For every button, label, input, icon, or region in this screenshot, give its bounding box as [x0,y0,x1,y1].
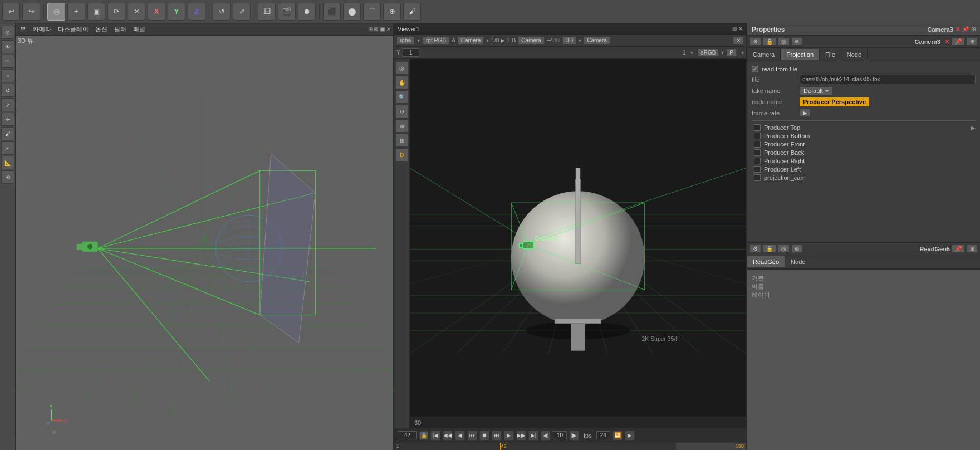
props-ctrl4[interactable]: ⊕ [791,37,802,46]
play-all-button[interactable]: ▶ [625,431,635,441]
next-step-button[interactable]: ⏭ [492,431,502,441]
vtool-3d[interactable]: D [395,148,409,162]
viewport-canvas[interactable]: X Y X Y [16,36,393,450]
vtool-pivot[interactable]: ⊕ [395,119,409,133]
tab-readgeo[interactable]: ReadGeo [747,256,785,267]
menu-options[interactable]: 옵션 [93,24,110,35]
producer-right-checkbox[interactable] [754,158,761,164]
menu-filter[interactable]: 필터 [112,24,129,35]
props-red-x[interactable]: ✕ [944,38,950,46]
frame-rate-expand[interactable]: ▶ [800,109,811,117]
props-ctrl1[interactable]: ⚙ [749,37,761,46]
go-end-button[interactable]: ▶| [528,431,538,441]
tool-scale[interactable]: ⤢ [1,98,14,111]
step-fwd-button[interactable]: ▶▶ [516,431,526,441]
props2-ctrl6[interactable]: ⊞ [967,244,978,253]
camera3-btn[interactable]: Camera [584,36,610,45]
x-axis-button[interactable]: X [148,3,165,21]
vtool-zoom[interactable]: 🔍 [395,90,409,104]
props2-ctrl4[interactable]: ⊕ [791,244,802,253]
projection-cam-checkbox[interactable] [754,174,761,181]
merge-button[interactable]: ⊕ [383,3,401,21]
film-button[interactable]: 🎞 [258,3,276,21]
select-button[interactable]: ◎ [47,3,65,21]
timeline-scrubber[interactable]: 198 1 42 [394,442,746,450]
props2-ctrl5[interactable]: 📌 [952,244,965,253]
producer-left-label[interactable]: Producer Left [764,166,801,173]
take-name-dropdown[interactable]: Default [800,86,833,95]
producer-top-checkbox[interactable] [754,124,761,131]
tool-sphere[interactable]: ○ [1,69,14,82]
redo-button[interactable]: ↪ [22,3,40,21]
menu-panel[interactable]: 패널 [131,24,148,35]
props-ctrl6[interactable]: ⊞ [967,37,978,46]
fps-input[interactable] [596,431,610,439]
tool-view[interactable]: 👁 [1,40,14,53]
producer-front-label[interactable]: Producer Front [764,141,805,148]
props-ctrl3[interactable]: ◎ [778,37,790,46]
undo-button[interactable]: ↩ [2,3,20,21]
viewer-canvas[interactable]: Camera3 [410,59,746,428]
rgba-btn[interactable]: rgba [396,36,414,45]
producer-top-arrow[interactable]: ▶ [971,125,976,131]
rgt-rgb-btn[interactable]: rgt RGB [423,36,449,45]
vtool-grid[interactable]: ⊞ [395,134,409,147]
props2-ctrl3[interactable]: ◎ [778,244,790,253]
y-axis-button[interactable]: Y [168,3,185,21]
prev-frame-button[interactable]: ◀ [455,431,465,441]
tab-camera[interactable]: Camera [747,49,781,60]
paint-button[interactable]: 🖌 [403,3,421,21]
y-value-input[interactable] [403,48,419,57]
tool-box[interactable]: □ [1,55,14,68]
vtool-pan[interactable]: ✋ [395,76,409,89]
lasso-button[interactable]: ⟳ [107,3,125,21]
vtool-select[interactable]: ◎ [395,61,409,75]
next-frame-button[interactable]: ▶ [504,431,514,441]
frame-current-input[interactable] [398,431,417,439]
tab-node2[interactable]: Node [785,256,811,267]
loop-button[interactable]: 🔁 [612,431,623,441]
scale-button[interactable]: ⤢ [233,3,251,21]
tool-move[interactable]: ✛ [1,113,14,126]
tool-select[interactable]: ◎ [1,26,14,39]
tab-projection[interactable]: Projection [781,49,820,60]
producer-bottom-label[interactable]: Producer Bottom [764,133,810,139]
next-range-button[interactable]: |▶ [569,431,579,441]
viewer-close-x[interactable]: ✕ [733,36,744,45]
box-select-button[interactable]: ▣ [87,3,105,21]
producer-back-checkbox[interactable] [754,149,761,156]
projection-cam-label[interactable]: projection_cam [764,174,806,181]
tab-file[interactable]: File [820,49,841,60]
props2-ctrl1[interactable]: ⚙ [749,244,761,253]
rotate-button[interactable]: ↺ [213,3,231,21]
menu-display[interactable]: 다스플레이 [56,24,91,35]
tool-magnet[interactable]: ⟲ [1,170,14,184]
producer-top-label[interactable]: Producer Top [764,124,800,131]
props-close[interactable]: ✕ [955,26,960,33]
lock-button[interactable]: 🔒 [419,431,428,440]
transform-button[interactable]: ✕ [128,3,145,21]
add-button[interactable]: + [67,3,85,21]
producer-back-label[interactable]: Producer Back [764,149,804,156]
film2-button[interactable]: 🎬 [278,3,296,21]
props-ctrl5[interactable]: 📌 [952,37,965,46]
producer-front-checkbox[interactable] [754,141,761,148]
producer-right-label[interactable]: Producer Right [764,158,805,164]
film3-button[interactable]: ⏺ [298,3,316,21]
tool-measure[interactable]: 📐 [1,156,14,169]
props-pin[interactable]: 📌 [962,26,969,33]
props2-ctrl2[interactable]: 🔒 [763,244,776,253]
read-from-file-checkbox[interactable]: ✓ [752,66,758,72]
tool-rotate[interactable]: ↺ [1,84,14,97]
props-ctrl2[interactable]: 🔒 [763,37,776,46]
mode-3d-btn[interactable]: 3D [562,36,576,45]
z-axis-button[interactable]: Z [188,3,205,21]
prev-range-button[interactable]: ◀| [541,431,551,441]
tool-cut[interactable]: ✂ [1,141,14,155]
prev-step-button[interactable]: ⏮ [467,431,477,441]
camera-btn-b[interactable]: Camera [518,36,545,45]
go-start-button[interactable]: |◀ [430,431,440,441]
color-space-btn[interactable]: sRGB [698,48,719,57]
bend-button[interactable]: ⌒ [363,3,381,21]
cube-button[interactable]: ⬛ [323,3,341,21]
